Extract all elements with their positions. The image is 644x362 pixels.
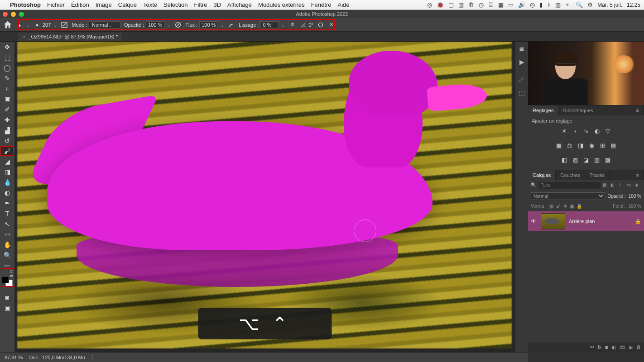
window-maximize-button[interactable]	[19, 12, 24, 17]
edit-toolbar[interactable]: •••	[1, 261, 13, 270]
healing-tool[interactable]: ✚	[1, 115, 13, 124]
marquee-tool[interactable]: ⬚	[1, 53, 13, 62]
shape-tool[interactable]: ▭	[1, 230, 13, 239]
airbrush-icon[interactable]	[228, 21, 235, 29]
menu-edit[interactable]: Édition	[71, 1, 89, 8]
crop-tool[interactable]: ⌗	[1, 84, 13, 93]
path-tool[interactable]: ↖	[1, 219, 13, 229]
layer-row-background[interactable]: 👁 Arrière-plan 🔒	[528, 211, 644, 231]
adj-curves-icon[interactable]: ∿	[582, 127, 590, 134]
flag-icon[interactable]: ▮	[539, 1, 543, 8]
filter-type-icon[interactable]: T	[619, 182, 625, 189]
adj-levels-icon[interactable]: ⫞	[572, 127, 579, 134]
lock-transparency-icon[interactable]: ▦	[549, 204, 553, 209]
properties-panel-icon[interactable]: ⬚	[518, 89, 526, 97]
bluetooth-icon[interactable]: ᚼ	[547, 1, 551, 8]
angle-value[interactable]: 0°	[308, 22, 313, 28]
smoothing-input[interactable]: 0 %	[260, 21, 279, 29]
brush-size-value[interactable]: 207	[43, 22, 51, 28]
screenmode-tool[interactable]: ▣	[1, 303, 13, 312]
lock-all-icon[interactable]: 🔒	[577, 204, 582, 209]
smoothing-options-icon[interactable]: ✲	[288, 21, 296, 29]
stamp-tool[interactable]: ▟	[1, 126, 13, 135]
color-swatches[interactable]	[2, 276, 13, 287]
menu-help[interactable]: Aide	[337, 1, 349, 8]
tab-reglages[interactable]: Réglages	[528, 105, 558, 115]
tab-bibliotheques[interactable]: Bibliothèques	[558, 105, 598, 115]
layer-visibility-icon[interactable]: 👁	[531, 218, 537, 224]
actions-panel-icon[interactable]: ▶	[518, 58, 526, 66]
tab-traces[interactable]: Tracés	[585, 170, 610, 180]
menu-file[interactable]: Fichier	[47, 1, 65, 8]
eraser-tool[interactable]: ◢	[1, 157, 13, 166]
wifi-icon[interactable]: ᯤ	[565, 1, 571, 8]
link-layers-icon[interactable]: ⚯	[590, 344, 594, 350]
clock-status-icon[interactable]: ◷	[479, 1, 484, 8]
brush-picker-dropdown[interactable]	[53, 22, 57, 28]
delete-layer-icon[interactable]: 🗑	[636, 344, 641, 350]
menu-text[interactable]: Texte	[143, 1, 157, 8]
control-center-icon[interactable]: ⚙	[587, 1, 593, 8]
adj-gradient-icon[interactable]: ▥	[593, 156, 601, 163]
quickmask-tool[interactable]: ◙	[1, 293, 13, 302]
type-tool[interactable]: T	[1, 209, 13, 218]
zoom-level[interactable]: 87,91 %	[5, 355, 23, 360]
layers-panel-menu-icon[interactable]: ≡	[632, 170, 644, 180]
adj-balance-icon[interactable]: ⚖	[566, 142, 573, 149]
app-menu[interactable]: Photoshop	[10, 1, 41, 8]
document-tab[interactable]: × _OZ99514.NEF @ 87,9% (Masque/16) *	[18, 33, 122, 41]
frame-tool[interactable]: ▣	[1, 95, 13, 104]
layer-opacity-value[interactable]: 100 %	[629, 194, 641, 199]
canvas-area[interactable]: ⌥ ⌃	[14, 42, 515, 352]
home-button[interactable]	[3, 20, 13, 30]
tab-close-icon[interactable]: ×	[23, 34, 25, 39]
opacity-pressure-icon[interactable]	[174, 21, 182, 29]
volume-icon[interactable]: 🔊	[518, 1, 525, 8]
document-canvas[interactable]	[17, 42, 512, 348]
blend-mode-select[interactable]: Normal	[89, 21, 120, 29]
layer-thumbnail[interactable]	[541, 213, 565, 229]
dodge-tool[interactable]: ◐	[1, 188, 13, 197]
adj-posterize-icon[interactable]: ▨	[572, 156, 579, 163]
lock-artboard-icon[interactable]: ▣	[570, 204, 574, 209]
new-group-icon[interactable]: 🗀	[620, 344, 625, 350]
foreground-color-swatch[interactable]	[2, 276, 9, 283]
tab-calques[interactable]: Calques	[528, 170, 556, 180]
fill-value[interactable]: 100 %	[629, 204, 641, 209]
pen-tool[interactable]: ✒	[1, 199, 13, 208]
selection-tool[interactable]: ✎	[1, 74, 13, 83]
lock-position-icon[interactable]: ✥	[563, 204, 567, 209]
flow-input[interactable]: 100 %	[199, 21, 218, 29]
menu-window[interactable]: Fenêtre	[311, 1, 332, 8]
layer-filter-input[interactable]	[539, 182, 601, 189]
lock-pixels-icon[interactable]: 🖌	[556, 204, 561, 209]
eyedropper-tool[interactable]: ✐	[1, 105, 13, 114]
blur-tool[interactable]: 💧	[1, 178, 13, 187]
adj-exposure-icon[interactable]: ◐	[593, 127, 601, 134]
filter-shape-icon[interactable]: ▭	[627, 182, 633, 189]
menu-view[interactable]: Affichage	[227, 1, 252, 8]
search-icon[interactable]: 🔍	[576, 1, 583, 8]
zoom-tool[interactable]: 🔍	[1, 251, 13, 260]
menubar-time[interactable]: 12:25	[627, 2, 640, 8]
screens-icon[interactable]: ▥	[458, 1, 464, 8]
new-layer-icon[interactable]: ⊞	[629, 344, 633, 350]
adj-bw-icon[interactable]: ◨	[577, 142, 584, 149]
doc-info-dropdown[interactable]: 〉	[91, 354, 96, 361]
adj-vibrance-icon[interactable]: ▽	[604, 127, 611, 134]
history-brush-tool[interactable]: ↺	[1, 136, 13, 145]
grid-icon[interactable]: ▦	[498, 1, 504, 8]
adj-selective-icon[interactable]: ▩	[604, 156, 611, 163]
tower-icon[interactable]: ♖	[488, 1, 494, 8]
lasso-tool[interactable]: ◯	[1, 63, 13, 72]
filter-adj-icon[interactable]: ◐	[610, 182, 617, 189]
symmetry-icon[interactable]: ✕	[328, 21, 335, 29]
display-icon[interactable]: ▭	[508, 1, 514, 8]
new-adjustment-icon[interactable]: ◐	[612, 344, 616, 350]
sync-icon[interactable]: ◎	[530, 1, 535, 8]
tab-couches[interactable]: Couches	[556, 170, 585, 180]
ladybug-icon[interactable]: 🐞	[437, 1, 444, 8]
menu-layer[interactable]: Calque	[118, 1, 137, 8]
menu-image[interactable]: Image	[96, 1, 112, 8]
brush-panel-toggle-icon[interactable]	[61, 21, 68, 29]
